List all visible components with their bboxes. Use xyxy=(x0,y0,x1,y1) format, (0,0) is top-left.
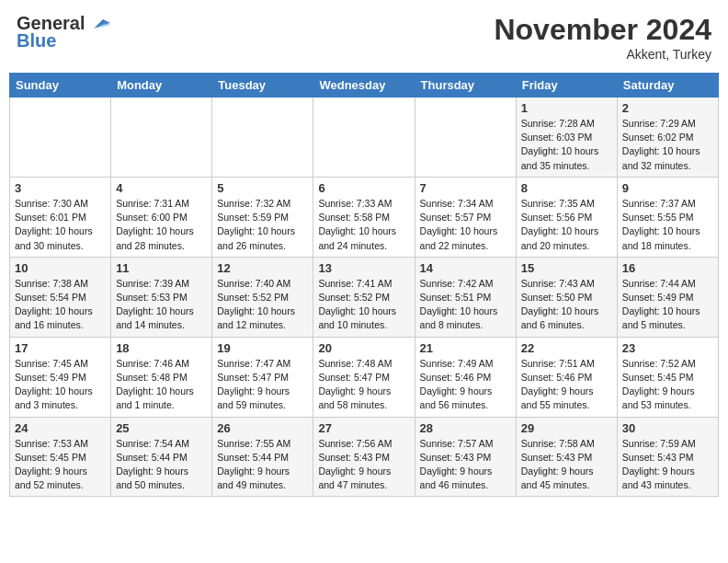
day-info: Sunrise: 7:44 AMSunset: 5:49 PMDaylight:… xyxy=(622,277,713,333)
weekday-header-wednesday: Wednesday xyxy=(313,74,415,98)
day-number: 12 xyxy=(217,261,308,275)
calendar-cell: 7Sunrise: 7:34 AMSunset: 5:57 PMDaylight… xyxy=(415,177,516,257)
weekday-header-saturday: Saturday xyxy=(617,74,718,98)
day-info: Sunrise: 7:37 AMSunset: 5:55 PMDaylight:… xyxy=(622,197,713,253)
calendar-cell xyxy=(212,98,313,178)
day-info: Sunrise: 7:33 AMSunset: 5:58 PMDaylight:… xyxy=(318,197,409,253)
day-number: 9 xyxy=(622,181,713,195)
day-info: Sunrise: 7:49 AMSunset: 5:46 PMDaylight:… xyxy=(420,357,511,413)
calendar-cell: 25Sunrise: 7:54 AMSunset: 5:44 PMDayligh… xyxy=(111,417,212,497)
day-info: Sunrise: 7:42 AMSunset: 5:51 PMDaylight:… xyxy=(420,277,511,333)
month-title: November 2024 xyxy=(494,13,711,47)
day-number: 15 xyxy=(521,261,612,275)
calendar-cell: 24Sunrise: 7:53 AMSunset: 5:45 PMDayligh… xyxy=(10,417,111,497)
logo-bird-icon xyxy=(86,16,110,32)
day-info: Sunrise: 7:47 AMSunset: 5:47 PMDaylight:… xyxy=(217,357,308,413)
calendar-cell: 27Sunrise: 7:56 AMSunset: 5:43 PMDayligh… xyxy=(313,417,415,497)
day-info: Sunrise: 7:32 AMSunset: 5:59 PMDaylight:… xyxy=(217,197,308,253)
day-number: 25 xyxy=(116,421,207,435)
day-info: Sunrise: 7:39 AMSunset: 5:53 PMDaylight:… xyxy=(116,277,207,333)
day-number: 18 xyxy=(116,341,207,355)
calendar-table: SundayMondayTuesdayWednesdayThursdayFrid… xyxy=(9,73,719,497)
weekday-header-friday: Friday xyxy=(516,74,617,98)
day-number: 11 xyxy=(116,261,207,275)
week-row-4: 17Sunrise: 7:45 AMSunset: 5:49 PMDayligh… xyxy=(10,337,719,417)
calendar-cell: 16Sunrise: 7:44 AMSunset: 5:49 PMDayligh… xyxy=(617,257,718,337)
day-number: 30 xyxy=(622,421,713,435)
day-number: 22 xyxy=(521,341,612,355)
day-info: Sunrise: 7:41 AMSunset: 5:52 PMDaylight:… xyxy=(318,277,409,333)
calendar-cell: 17Sunrise: 7:45 AMSunset: 5:49 PMDayligh… xyxy=(10,337,111,417)
weekday-header-monday: Monday xyxy=(111,74,212,98)
calendar-cell: 20Sunrise: 7:48 AMSunset: 5:47 PMDayligh… xyxy=(313,337,415,417)
weekday-header-sunday: Sunday xyxy=(10,74,111,98)
day-info: Sunrise: 7:56 AMSunset: 5:43 PMDaylight:… xyxy=(318,437,409,493)
location-subtitle: Akkent, Turkey xyxy=(494,47,711,62)
day-number: 2 xyxy=(622,101,713,115)
day-info: Sunrise: 7:43 AMSunset: 5:50 PMDaylight:… xyxy=(521,277,612,333)
day-number: 24 xyxy=(15,421,106,435)
calendar-cell: 26Sunrise: 7:55 AMSunset: 5:44 PMDayligh… xyxy=(212,417,313,497)
week-row-5: 24Sunrise: 7:53 AMSunset: 5:45 PMDayligh… xyxy=(10,417,719,497)
day-number: 29 xyxy=(521,421,612,435)
day-number: 6 xyxy=(318,181,409,195)
day-number: 17 xyxy=(15,341,106,355)
calendar-cell: 18Sunrise: 7:46 AMSunset: 5:48 PMDayligh… xyxy=(111,337,212,417)
logo: General Blue xyxy=(17,13,110,52)
calendar-cell: 19Sunrise: 7:47 AMSunset: 5:47 PMDayligh… xyxy=(212,337,313,417)
day-number: 16 xyxy=(622,261,713,275)
calendar-cell xyxy=(10,98,111,178)
calendar-cell: 5Sunrise: 7:32 AMSunset: 5:59 PMDaylight… xyxy=(212,177,313,257)
calendar-cell: 6Sunrise: 7:33 AMSunset: 5:58 PMDaylight… xyxy=(313,177,415,257)
day-number: 19 xyxy=(217,341,308,355)
day-info: Sunrise: 7:45 AMSunset: 5:49 PMDaylight:… xyxy=(15,357,106,413)
day-number: 20 xyxy=(318,341,409,355)
calendar-cell: 10Sunrise: 7:38 AMSunset: 5:54 PMDayligh… xyxy=(10,257,111,337)
calendar-cell xyxy=(111,98,212,178)
day-info: Sunrise: 7:29 AMSunset: 6:02 PMDaylight:… xyxy=(622,117,713,173)
day-info: Sunrise: 7:28 AMSunset: 6:03 PMDaylight:… xyxy=(521,117,612,173)
day-number: 10 xyxy=(15,261,106,275)
day-info: Sunrise: 7:30 AMSunset: 6:01 PMDaylight:… xyxy=(15,197,106,253)
week-row-3: 10Sunrise: 7:38 AMSunset: 5:54 PMDayligh… xyxy=(10,257,719,337)
day-info: Sunrise: 7:35 AMSunset: 5:56 PMDaylight:… xyxy=(521,197,612,253)
day-number: 7 xyxy=(420,181,511,195)
calendar-cell: 1Sunrise: 7:28 AMSunset: 6:03 PMDaylight… xyxy=(516,98,617,178)
day-info: Sunrise: 7:55 AMSunset: 5:44 PMDaylight:… xyxy=(217,437,308,493)
day-number: 13 xyxy=(318,261,409,275)
day-number: 8 xyxy=(521,181,612,195)
day-info: Sunrise: 7:57 AMSunset: 5:43 PMDaylight:… xyxy=(420,437,511,493)
calendar-cell: 13Sunrise: 7:41 AMSunset: 5:52 PMDayligh… xyxy=(313,257,415,337)
week-row-1: 1Sunrise: 7:28 AMSunset: 6:03 PMDaylight… xyxy=(10,98,719,178)
calendar-cell: 30Sunrise: 7:59 AMSunset: 5:43 PMDayligh… xyxy=(617,417,718,497)
weekday-header-thursday: Thursday xyxy=(415,74,516,98)
week-row-2: 3Sunrise: 7:30 AMSunset: 6:01 PMDaylight… xyxy=(10,177,719,257)
calendar-cell: 2Sunrise: 7:29 AMSunset: 6:02 PMDaylight… xyxy=(617,98,718,178)
day-info: Sunrise: 7:48 AMSunset: 5:47 PMDaylight:… xyxy=(318,357,409,413)
day-info: Sunrise: 7:58 AMSunset: 5:43 PMDaylight:… xyxy=(521,437,612,493)
calendar-cell xyxy=(415,98,516,178)
day-info: Sunrise: 7:53 AMSunset: 5:45 PMDaylight:… xyxy=(15,437,106,493)
title-block: November 2024 Akkent, Turkey xyxy=(494,13,711,62)
day-info: Sunrise: 7:38 AMSunset: 5:54 PMDaylight:… xyxy=(15,277,106,333)
day-info: Sunrise: 7:40 AMSunset: 5:52 PMDaylight:… xyxy=(217,277,308,333)
day-info: Sunrise: 7:46 AMSunset: 5:48 PMDaylight:… xyxy=(116,357,207,413)
calendar-cell: 12Sunrise: 7:40 AMSunset: 5:52 PMDayligh… xyxy=(212,257,313,337)
logo-blue: Blue xyxy=(17,30,56,52)
day-number: 1 xyxy=(521,101,612,115)
calendar-cell xyxy=(313,98,415,178)
day-info: Sunrise: 7:51 AMSunset: 5:46 PMDaylight:… xyxy=(521,357,612,413)
day-number: 27 xyxy=(318,421,409,435)
calendar-cell: 15Sunrise: 7:43 AMSunset: 5:50 PMDayligh… xyxy=(516,257,617,337)
day-info: Sunrise: 7:59 AMSunset: 5:43 PMDaylight:… xyxy=(622,437,713,493)
day-number: 4 xyxy=(116,181,207,195)
day-number: 3 xyxy=(15,181,106,195)
calendar-cell: 14Sunrise: 7:42 AMSunset: 5:51 PMDayligh… xyxy=(415,257,516,337)
calendar-cell: 11Sunrise: 7:39 AMSunset: 5:53 PMDayligh… xyxy=(111,257,212,337)
day-info: Sunrise: 7:54 AMSunset: 5:44 PMDaylight:… xyxy=(116,437,207,493)
weekday-header-tuesday: Tuesday xyxy=(212,74,313,98)
calendar-cell: 3Sunrise: 7:30 AMSunset: 6:01 PMDaylight… xyxy=(10,177,111,257)
calendar-cell: 22Sunrise: 7:51 AMSunset: 5:46 PMDayligh… xyxy=(516,337,617,417)
calendar-cell: 23Sunrise: 7:52 AMSunset: 5:45 PMDayligh… xyxy=(617,337,718,417)
day-info: Sunrise: 7:52 AMSunset: 5:45 PMDaylight:… xyxy=(622,357,713,413)
